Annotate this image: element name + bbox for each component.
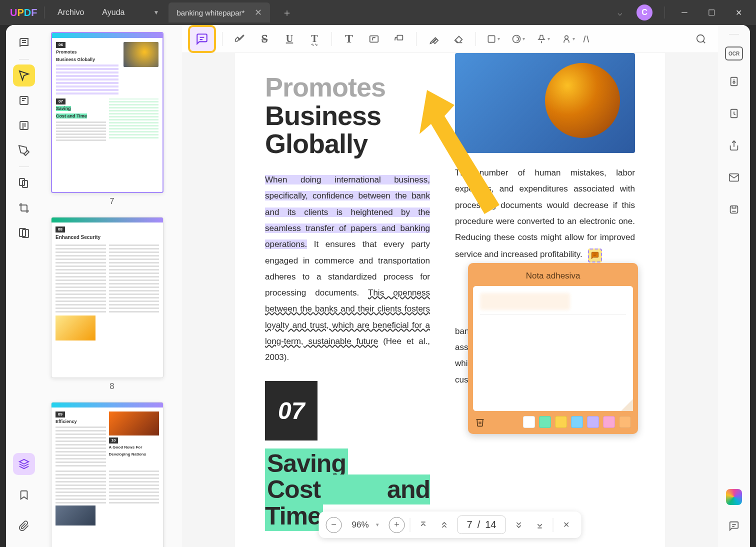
note-color-purple[interactable] <box>587 416 599 428</box>
organize-pages-icon[interactable] <box>13 172 35 194</box>
tab-dropdown[interactable]: ▼ <box>144 4 168 21</box>
app-logo: UPDF <box>0 7 40 18</box>
zoom-percentage[interactable]: 96% <box>347 520 384 530</box>
note-color-white[interactable] <box>523 416 535 428</box>
ocr-icon[interactable]: OCR <box>725 46 743 60</box>
section-number: 07 <box>265 381 318 440</box>
reader-mode-icon[interactable] <box>13 32 35 54</box>
strikethrough-tool[interactable]: S̶ <box>254 28 276 50</box>
sticky-note-popup[interactable]: Nota adhesiva <box>468 263 638 434</box>
compress-icon[interactable] <box>723 70 745 92</box>
crop-tool-icon[interactable] <box>13 197 35 219</box>
email-icon[interactable] <box>723 166 745 188</box>
signature-tool[interactable] <box>557 28 579 50</box>
sticky-note-title: Nota adhesiva <box>473 268 633 286</box>
svg-marker-6 <box>20 460 28 464</box>
thumbnail-page-number: 8 <box>51 382 173 391</box>
callout-tool[interactable] <box>388 28 410 50</box>
page-thumbnail[interactable]: 09 Efficiency 10 A Good News For Develop… <box>51 402 164 547</box>
note-color-blue[interactable] <box>571 416 583 428</box>
section-badge: 10 <box>109 438 118 444</box>
underline-tool[interactable]: U <box>278 28 300 50</box>
close-tab-icon[interactable]: ✕ <box>254 7 262 18</box>
note-color-yellow[interactable] <box>555 416 567 428</box>
svg-rect-8 <box>397 35 402 40</box>
layers-icon[interactable] <box>13 453 35 475</box>
menu-file[interactable]: Archivo <box>48 8 93 17</box>
body-text: The quantity of paperwork needed daily t… <box>265 543 430 547</box>
fill-sign-icon[interactable] <box>13 140 35 162</box>
thumbnail-page-number: 7 <box>51 197 173 206</box>
document-tab[interactable]: banking whitepapar* ✕ <box>168 2 270 22</box>
svg-rect-9 <box>488 36 494 42</box>
squiggly-tool[interactable]: T∿∿ <box>304 28 326 50</box>
note-color-green[interactable] <box>539 416 551 428</box>
titlebar: UPDF Archivo Ayuda ▼ banking whitepapar*… <box>0 0 756 25</box>
annotation-toolbar: S̶ U T∿∿ T <box>182 25 718 53</box>
redact-tool-icon[interactable] <box>13 222 35 244</box>
svg-rect-22 <box>730 206 738 214</box>
delete-note-icon[interactable] <box>475 417 485 427</box>
sticky-note-tool[interactable] <box>188 25 216 53</box>
user-avatar[interactable]: C <box>636 4 652 20</box>
close-window-button[interactable]: ✕ <box>727 2 750 22</box>
right-toolbar: OCR <box>718 25 750 547</box>
add-tab-button[interactable]: ＋ <box>278 6 296 20</box>
first-page-button[interactable] <box>416 517 432 533</box>
next-page-button[interactable] <box>510 517 526 533</box>
zoom-navigation-bar: − 96% + 7 / 14 <box>319 512 582 538</box>
more-tool[interactable] <box>582 28 592 50</box>
comment-tool-icon[interactable] <box>13 64 35 86</box>
zoom-in-button[interactable]: + <box>389 517 405 533</box>
highlight-tool[interactable] <box>228 28 250 50</box>
section-badge: 07 <box>56 98 66 104</box>
ai-assistant-icon[interactable] <box>726 489 742 505</box>
document-image <box>455 53 635 153</box>
document-area: S̶ U T∿∿ T <box>182 25 718 547</box>
maximize-button[interactable]: ☐ <box>700 2 723 22</box>
edit-text-icon[interactable] <box>13 90 35 112</box>
thumbnail-panel: 06 Promotes Business Globally 07 Saving … <box>42 25 182 547</box>
chat-icon[interactable] <box>723 515 745 537</box>
svg-rect-7 <box>370 36 378 42</box>
chevron-down-icon[interactable]: ⌵ <box>612 8 628 18</box>
textbox-tool[interactable] <box>363 28 385 50</box>
section-badge: 09 <box>56 412 65 418</box>
eraser-tool[interactable] <box>448 28 470 50</box>
page-indicator[interactable]: 7 / 14 <box>458 516 506 534</box>
body-text: The number of human mistakes, labor expe… <box>455 165 635 263</box>
close-bar-button[interactable]: ✕ <box>558 517 574 533</box>
text-tool[interactable]: T <box>338 28 360 50</box>
shape-tool[interactable] <box>482 28 504 50</box>
prev-page-button[interactable] <box>436 517 452 533</box>
bookmark-icon[interactable] <box>13 484 35 506</box>
note-color-orange[interactable] <box>619 416 631 428</box>
zoom-out-button[interactable]: − <box>326 517 342 533</box>
sticky-note-marker[interactable] <box>588 248 602 262</box>
minimize-button[interactable]: ─ <box>673 2 696 22</box>
tab-title: banking whitepapar* <box>176 8 244 17</box>
menu-help[interactable]: Ayuda <box>93 8 134 17</box>
search-icon[interactable] <box>690 28 712 50</box>
svg-point-18 <box>733 82 735 84</box>
stamp-tool[interactable] <box>507 28 529 50</box>
svg-point-12 <box>697 34 704 42</box>
note-color-pink[interactable] <box>603 416 615 428</box>
page-thumbnail[interactable]: 08 Enhanced Security <box>51 217 164 378</box>
svg-point-10 <box>512 35 520 42</box>
last-page-button[interactable] <box>532 517 548 533</box>
save-icon[interactable] <box>723 198 745 220</box>
convert-icon[interactable] <box>723 102 745 124</box>
attachment-icon[interactable] <box>13 515 35 537</box>
section-heading: Promotes Business Globally <box>265 73 430 158</box>
pencil-tool[interactable] <box>422 28 444 50</box>
form-tool-icon[interactable] <box>13 114 35 136</box>
share-icon[interactable] <box>723 134 745 156</box>
section-badge: 06 <box>56 42 66 48</box>
pin-tool[interactable] <box>532 28 554 50</box>
left-toolbar <box>6 25 42 547</box>
page-thumbnail[interactable]: 06 Promotes Business Globally 07 Saving … <box>51 32 164 193</box>
sticky-note-textarea[interactable] <box>473 286 633 411</box>
svg-point-11 <box>564 36 568 39</box>
document-viewport[interactable]: Promotes Business Globally When doing in… <box>182 53 718 547</box>
